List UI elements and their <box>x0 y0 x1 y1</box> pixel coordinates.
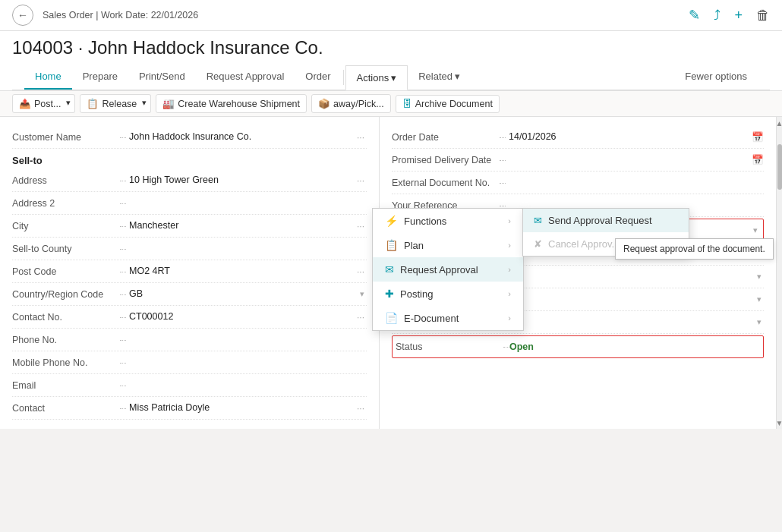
scroll-down-btn[interactable]: ▼ <box>777 417 782 429</box>
contact-value: ··· <box>126 401 367 415</box>
post-label: Post... <box>34 99 61 109</box>
address2-label: Address 2 <box>12 198 126 209</box>
opportunity-input[interactable] <box>506 269 752 284</box>
nav-order[interactable]: Order <box>295 65 341 90</box>
contact-row: Contact ··· <box>12 397 367 420</box>
release-button[interactable]: 📋 Release <box>80 94 143 113</box>
title-area: 104003 · John Haddock Insurance Co. Home… <box>0 31 782 91</box>
scroll-thumb[interactable] <box>777 144 782 190</box>
nav-fewer-options[interactable]: Fewer options <box>674 65 758 90</box>
mobile-input[interactable] <box>126 355 367 370</box>
city-row: City ··· <box>12 215 367 238</box>
page-title: 104003 · John Haddock Insurance Co. <box>12 37 770 65</box>
promised-input[interactable] <box>506 153 749 167</box>
customer-name-value: ··· <box>126 130 367 144</box>
country-row: Country/Region Code ▾ <box>12 283 367 306</box>
your-ref-input[interactable] <box>506 198 764 212</box>
campaign-input[interactable] <box>506 247 752 261</box>
scroll-up-btn[interactable]: ▲ <box>777 117 782 129</box>
country-input[interactable] <box>126 287 355 301</box>
nav-print-send[interactable]: Print/Send <box>128 65 196 90</box>
nav-actions[interactable]: Actions ▾ <box>345 65 408 90</box>
postcode-input[interactable] <box>126 264 352 279</box>
email-input[interactable] <box>126 378 367 392</box>
country-dropdown-icon[interactable]: ▾ <box>358 289 367 299</box>
opportunity-row: Opportunity No. ▾ <box>392 266 764 288</box>
customer-name-label: Customer Name <box>12 132 126 143</box>
post-caret[interactable]: ▾ <box>62 94 75 113</box>
add-icon[interactable]: + <box>734 8 743 24</box>
county-input[interactable] <box>126 241 367 256</box>
responsibility-dropdown-icon[interactable]: ▾ <box>755 294 764 304</box>
contact-input[interactable] <box>126 401 352 415</box>
address-ellipsis[interactable]: ··· <box>355 175 367 186</box>
customer-name-ellipsis[interactable]: ··· <box>355 132 367 143</box>
phone-input[interactable] <box>126 332 367 347</box>
address-value: ··· <box>126 173 367 187</box>
contact-no-label: Contact No. <box>12 312 126 323</box>
email-label: Email <box>12 380 126 391</box>
assigned-user-input[interactable] <box>506 315 752 329</box>
content-area: Customer Name ··· Sell-to Address ··· Ad… <box>0 117 782 429</box>
nav-prepare[interactable]: Prepare <box>72 65 128 90</box>
ext-doc-value <box>506 175 764 190</box>
phone-row: Phone No. <box>12 329 367 351</box>
assigned-user-dropdown-icon[interactable]: ▾ <box>755 317 764 327</box>
share-icon[interactable]: ⤴ <box>714 8 721 24</box>
campaign-label: Campaign No. <box>392 249 506 260</box>
release-label: Release <box>102 99 137 109</box>
assigned-user-label: Assigned User ID <box>392 317 506 328</box>
ext-doc-label: External Document No. <box>392 178 506 188</box>
back-button[interactable]: ← <box>12 5 33 26</box>
scrollbar[interactable]: ▲ ▼ <box>776 117 782 429</box>
warehouse-button[interactable]: 🏭 Create Warehouse Shipment <box>156 94 307 113</box>
salesperson-value: ▾ <box>509 223 760 238</box>
postcode-ellipsis[interactable]: ··· <box>355 266 367 277</box>
opportunity-dropdown-icon[interactable]: ▾ <box>755 272 764 282</box>
nav-home[interactable]: Home <box>24 65 72 90</box>
city-input[interactable] <box>126 219 352 233</box>
scroll-track <box>777 129 782 417</box>
order-date-input[interactable] <box>506 130 749 144</box>
nav-request-approval[interactable]: Request Approval <box>196 65 295 90</box>
release-caret[interactable]: ▾ <box>138 94 151 113</box>
contact-ellipsis[interactable]: ··· <box>355 403 367 414</box>
address-label: Address <box>12 175 126 186</box>
address2-input[interactable] <box>126 196 367 210</box>
responsibility-label: Responsibility Center <box>392 294 506 305</box>
getaway-button[interactable]: 📦 away/Pick... <box>311 94 391 113</box>
country-label: Country/Region Code <box>12 289 126 300</box>
delete-icon[interactable]: 🗑 <box>756 8 770 24</box>
assigned-user-row: Assigned User ID ▾ <box>392 311 764 334</box>
contact-no-ellipsis[interactable]: ··· <box>355 312 367 323</box>
nav-separator <box>343 70 344 85</box>
customer-name-input[interactable] <box>126 130 352 144</box>
campaign-dropdown-icon[interactable]: ▾ <box>755 249 764 259</box>
address-input[interactable] <box>126 173 352 187</box>
contact-no-input[interactable] <box>126 310 352 324</box>
status-row: Status Open <box>392 335 764 358</box>
nav-related[interactable]: Related ▾ <box>408 65 471 90</box>
breadcrumb: Sales Order | Work Date: 22/01/2026 <box>43 10 198 20</box>
calendar-icon[interactable]: 📅 <box>752 131 764 143</box>
edit-icon[interactable]: ✎ <box>689 7 700 24</box>
salesperson-dropdown-icon[interactable]: ▾ <box>751 225 760 235</box>
responsibility-input[interactable] <box>506 292 752 307</box>
promised-calendar-icon[interactable]: 📅 <box>752 154 764 165</box>
contact-label: Contact <box>12 403 126 414</box>
salesperson-input[interactable] <box>509 223 748 238</box>
sell-to-section: Sell-to <box>12 149 367 169</box>
address2-row: Address 2 <box>12 192 367 215</box>
status-label: Status <box>396 342 509 352</box>
customer-name-row: Customer Name ··· <box>12 126 367 149</box>
archive-button[interactable]: 🗄 Archive Document <box>396 95 500 113</box>
your-ref-value <box>506 198 764 212</box>
post-button[interactable]: 📤 Post... <box>12 94 68 113</box>
city-ellipsis[interactable]: ··· <box>355 221 367 231</box>
ext-doc-row: External Document No. <box>392 172 764 194</box>
contact-no-row: Contact No. ··· <box>12 306 367 329</box>
ext-doc-input[interactable] <box>506 175 764 190</box>
address2-value <box>126 196 367 210</box>
salesperson-label: Salesperson Code <box>396 225 509 235</box>
promised-value: 📅 <box>506 153 764 167</box>
